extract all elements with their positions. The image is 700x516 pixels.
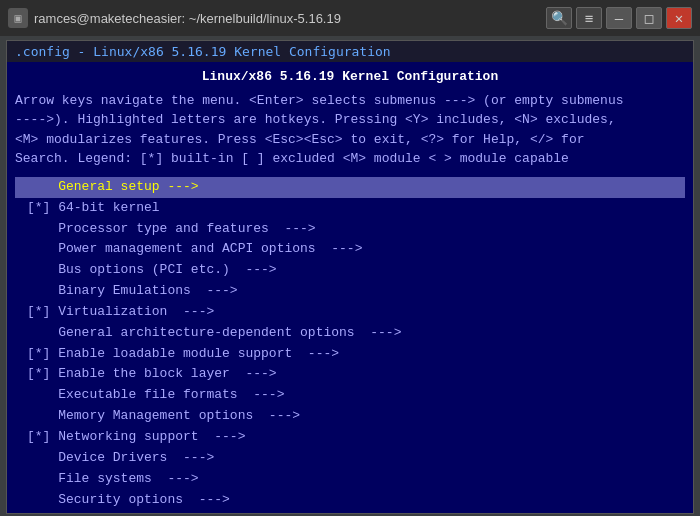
menu-item-12[interactable]: [*] Networking support --->	[15, 427, 685, 448]
menu-item-8[interactable]: [*] Enable loadable module support --->	[15, 344, 685, 365]
menu-item-7[interactable]: General architecture-dependent options -…	[15, 323, 685, 344]
menu-area[interactable]: General setup --->[*] 64-bit kernel Proc…	[15, 175, 685, 513]
menu-item-10[interactable]: Executable file formats --->	[15, 385, 685, 406]
minimize-button[interactable]: –	[606, 7, 632, 29]
terminal-icon: ▣	[8, 8, 28, 28]
menu-item-1[interactable]: [*] 64-bit kernel	[15, 198, 685, 219]
menu-item-2[interactable]: Processor type and features --->	[15, 219, 685, 240]
menu-item-0[interactable]: General setup --->	[15, 177, 685, 198]
path-bar: .config - Linux/x86 5.16.19 Kernel Confi…	[7, 41, 693, 62]
menu-item-9[interactable]: [*] Enable the block layer --->	[15, 364, 685, 385]
terminal-window: .config - Linux/x86 5.16.19 Kernel Confi…	[6, 40, 694, 514]
menu-item-5[interactable]: Binary Emulations --->	[15, 281, 685, 302]
title-bar-left: ▣ ramces@maketecheasier: ~/kernelbuild/l…	[8, 8, 341, 28]
close-button[interactable]: ✕	[666, 7, 692, 29]
info-line1: Arrow keys navigate the menu. <Enter> se…	[15, 93, 624, 108]
kconfig-title: Linux/x86 5.16.19 Kernel Configuration	[15, 68, 685, 87]
kconfig-area: Linux/x86 5.16.19 Kernel Configuration A…	[7, 62, 693, 513]
menu-item-15[interactable]: Security options --->	[15, 490, 685, 511]
info-line4: Search. Legend: [*] built-in [ ] exclude…	[15, 151, 569, 166]
menu-button[interactable]: ≡	[576, 7, 602, 29]
menu-item-4[interactable]: Bus options (PCI etc.) --->	[15, 260, 685, 281]
search-button[interactable]: 🔍	[546, 7, 572, 29]
info-line2: ---->). Highlighted letters are hotkeys.…	[15, 112, 616, 127]
maximize-button[interactable]: □	[636, 7, 662, 29]
menu-item-11[interactable]: Memory Management options --->	[15, 406, 685, 427]
menu-item-3[interactable]: Power management and ACPI options --->	[15, 239, 685, 260]
title-bar: ▣ ramces@maketecheasier: ~/kernelbuild/l…	[0, 0, 700, 36]
menu-item-13[interactable]: Device Drivers --->	[15, 448, 685, 469]
info-line3: <M> modularizes features. Press <Esc><Es…	[15, 132, 585, 147]
window-controls: 🔍 ≡ – □ ✕	[546, 7, 692, 29]
window-title: ramces@maketecheasier: ~/kernelbuild/lin…	[34, 11, 341, 26]
menu-item-6[interactable]: [*] Virtualization --->	[15, 302, 685, 323]
kconfig-info: Arrow keys navigate the menu. <Enter> se…	[15, 91, 685, 169]
menu-item-16[interactable]: -*- Cryptographic API --->	[15, 510, 685, 513]
menu-item-14[interactable]: File systems --->	[15, 469, 685, 490]
